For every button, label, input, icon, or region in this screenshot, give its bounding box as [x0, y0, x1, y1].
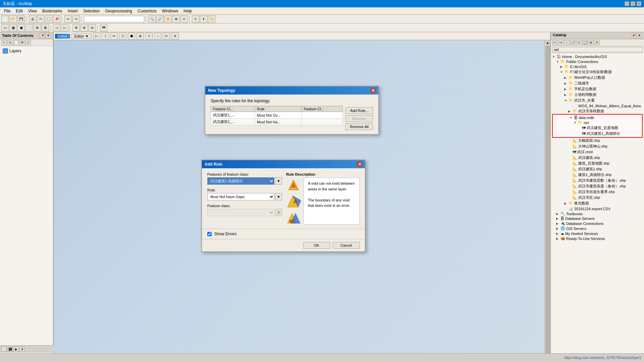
tree-wuhan-vector[interactable]: ▼ 📁 武汉市_矢量: [552, 98, 643, 103]
toc-list[interactable]: ≡: [7, 40, 13, 45]
tb2-3[interactable]: ▣: [17, 24, 25, 32]
tree-worldpop[interactable]: ▶ 📁 WorldPop人口数据: [552, 75, 643, 80]
map-area[interactable]: Editor Editor ▼ ▷ / ✏ ⬡ ⬢ ⊕ × → ↩ ✕ New …: [54, 32, 550, 362]
minimize-button[interactable]: −: [625, 1, 629, 6]
show-errors-checkbox[interactable]: [207, 232, 212, 236]
toc-source[interactable]: 📄: [13, 40, 19, 45]
tree-toolboxes[interactable]: ▶ 🔧 Toolboxes: [552, 211, 643, 216]
tb-extent[interactable]: ⊕: [172, 15, 180, 23]
feature-class-select[interactable]: [207, 209, 274, 216]
cat-tb3[interactable]: ↑: [564, 40, 570, 45]
toc-vis[interactable]: 👁: [19, 40, 25, 45]
toc-close[interactable]: ✕: [46, 33, 51, 38]
menu-selection[interactable]: Selection: [80, 8, 102, 14]
tree-wuhan-jianzhu[interactable]: 📐 武汉建筑.shp: [552, 155, 643, 161]
tree-baidu-map[interactable]: 🗺 武汉建筑_百度地图: [553, 125, 641, 131]
tb2-10[interactable]: ⊕: [80, 24, 88, 32]
tree-yeguang[interactable]: ▶ 📁 夜光数据: [552, 200, 643, 206]
editor-tb3[interactable]: ✏: [110, 33, 118, 40]
tree-huoshen[interactable]: 📐 火神山雷神山.shp: [552, 143, 643, 149]
features-dropdown-btn[interactable]: ▼: [275, 177, 282, 185]
tree-shouji[interactable]: ▶ 📁 手机定位数据: [552, 86, 643, 92]
menu-help[interactable]: Help: [181, 8, 195, 14]
tree-erxianchengshi[interactable]: ▶ 📁 二线城市: [552, 80, 643, 86]
editor-tb4[interactable]: ⬡: [119, 33, 126, 40]
editor-tb1[interactable]: ▷: [93, 33, 100, 40]
tree-jiedao[interactable]: 📐 武汉市街道矢量界.shp: [552, 189, 643, 195]
cat-tb4[interactable]: 🔗: [570, 40, 576, 45]
remove-rule-btn[interactable]: Remove: [345, 115, 373, 122]
toc-select[interactable]: ✓: [25, 40, 31, 45]
tree-wuhan-chabrick[interactable]: ▶ 📁 武汉市茶砖数据: [552, 108, 643, 114]
tree-wgs84[interactable]: 📄 WGS_84_Wuhan_Albers_Equal_Area: [552, 103, 643, 108]
maximize-button[interactable]: □: [631, 1, 635, 6]
tree-jianzhu-baidu[interactable]: 📐 建筑_百度地图.shp: [552, 161, 643, 166]
scroll-thumb-v[interactable]: [546, 46, 550, 356]
menu-bookmarks[interactable]: Bookmarks: [40, 8, 65, 14]
tb-identify[interactable]: ℹ: [200, 15, 207, 23]
tree-shiqu[interactable]: 📐 武汉市区.shp: [552, 195, 643, 200]
editor-tb9[interactable]: ↩: [163, 33, 170, 40]
editor-tb6[interactable]: ⊕: [137, 33, 144, 40]
tree-jianzhu-cengshi[interactable]: 📐 武汉市建筑层数（备份）.shp: [552, 178, 643, 183]
tb2-5[interactable]: ⊞: [34, 24, 41, 32]
tb-measure[interactable]: 📏: [208, 15, 215, 23]
tb2-6[interactable]: ⊠: [42, 24, 49, 32]
toc-status-2[interactable]: ⬛: [7, 347, 13, 352]
tb-zoom-out[interactable]: 🔎: [156, 15, 164, 23]
catalog-search-input[interactable]: [552, 47, 643, 52]
tb-open[interactable]: 📂: [9, 15, 17, 23]
rule-row-1[interactable]: 武汉建筑1_... Must Not Ov...: [211, 112, 343, 119]
tree-csv-export[interactable]: 📊 20191224.export.CSV: [552, 206, 643, 211]
cat-tb2[interactable]: ↪: [558, 40, 564, 45]
tree-jianzhu-gaode[interactable]: 📐 建筑1_高德部分.shp: [552, 172, 643, 178]
tb2-11[interactable]: ⊖: [89, 24, 96, 32]
tb-new[interactable]: 📄: [1, 15, 9, 23]
tree-f-data[interactable]: ▼ 📁 F:\硕士论文\4传染病\数据: [552, 69, 643, 75]
rule-row-2[interactable]: 武汉建筑1_... Must Not Ha...: [211, 119, 343, 125]
menu-customize[interactable]: Customize: [135, 8, 159, 14]
remove-all-btn[interactable]: Remove All: [345, 123, 373, 130]
tb-copy[interactable]: 📋: [45, 15, 52, 23]
catalog-pin[interactable]: 📌: [631, 33, 636, 38]
cat-tb7[interactable]: ⊕: [588, 40, 594, 45]
tree-hosted-services[interactable]: ▶ ☁ My Hosted Services: [552, 231, 643, 236]
menu-file[interactable]: File: [1, 8, 13, 14]
menu-view[interactable]: View: [25, 8, 40, 14]
tree-db-servers[interactable]: ▶ 🗄 Database Servers: [552, 216, 643, 221]
tree-data-mdb[interactable]: ▼ 🗄 data.mdb: [553, 115, 641, 120]
search-toolbar-input[interactable]: [84, 16, 144, 22]
tree-folder-connections[interactable]: ▼ 📁 Folder Connections: [552, 59, 643, 64]
new-topology-close-btn[interactable]: ✕: [370, 88, 376, 93]
editor-tb8[interactable]: →: [154, 33, 161, 40]
tree-tudiliyong[interactable]: ▶ 📁 土地利用数据: [552, 92, 643, 98]
tb-print[interactable]: 🖨: [29, 15, 36, 23]
cat-tb5[interactable]: ≡: [576, 40, 582, 45]
editor-dropdown-btn[interactable]: Editor ▼: [71, 34, 92, 39]
tb2-8[interactable]: ▷: [61, 24, 68, 32]
tree-home[interactable]: ▼ 🏠 Home - Documents/ArcGIS: [552, 54, 643, 59]
tb2-7[interactable]: ◁: [53, 24, 60, 32]
menu-geoprocessing[interactable]: Geoprocessing: [102, 8, 135, 14]
cat-tb6[interactable]: 🔄: [582, 40, 588, 45]
tb-undo[interactable]: ↩: [64, 15, 72, 23]
tb2-1[interactable]: ▭: [1, 24, 9, 32]
rule-dropdown-btn[interactable]: ▼: [275, 193, 282, 200]
tb-redo[interactable]: ↪: [72, 15, 80, 23]
tb2-2[interactable]: ▦: [9, 24, 17, 32]
menu-windows[interactable]: Windows: [159, 8, 181, 14]
cat-tb1[interactable]: ↩: [552, 40, 557, 45]
menu-insert[interactable]: Insert: [65, 8, 80, 14]
tree-wuhan-jianzhu1[interactable]: 📐 武汉建筑1.shp: [552, 166, 643, 172]
tb-layer[interactable]: ≡: [180, 15, 188, 23]
tree-e-arcgis[interactable]: ▶ 📁 E:\ArcGIS: [552, 64, 643, 69]
tree-fangjiangyuan[interactable]: 📐 方舱医院.shp: [552, 138, 643, 143]
tb2-9[interactable]: ⚙: [72, 24, 80, 32]
map-vscroll[interactable]: ▲ ▼: [545, 40, 550, 362]
tb2-4[interactable]: ⬜: [25, 24, 33, 32]
scroll-up-btn[interactable]: ▲: [545, 40, 550, 45]
tree-wuhan-mxd[interactable]: 🗺 武汉.mxd: [552, 149, 643, 155]
toc-status-1[interactable]: ⬜: [1, 347, 7, 352]
editor-close[interactable]: ✕: [171, 33, 179, 40]
cat-tb8[interactable]: ✕: [594, 40, 600, 45]
